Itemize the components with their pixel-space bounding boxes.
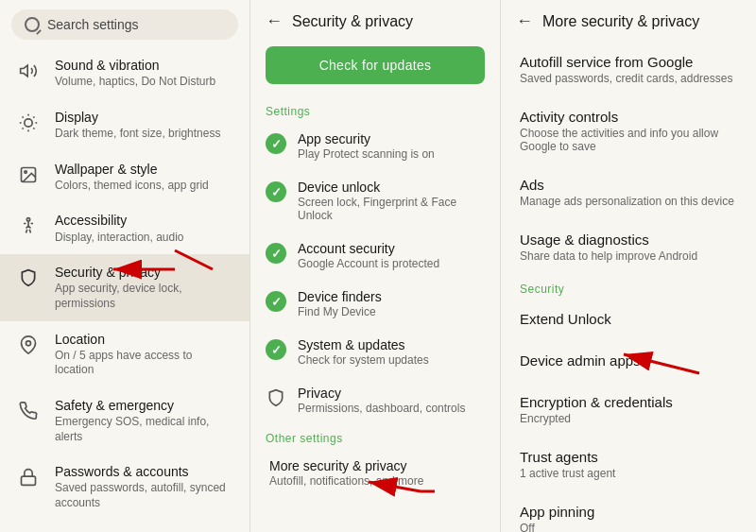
- mid-back-button[interactable]: ←: [266, 11, 283, 31]
- check-for-updates-button[interactable]: Check for updates: [266, 46, 485, 84]
- svg-point-0: [25, 119, 32, 127]
- settings-nav-panel: Search settings Sound & vibration Volume…: [0, 0, 250, 532]
- system-updates-text: System & updates Check for system update…: [298, 337, 429, 367]
- right-item-device-admin[interactable]: Device admin apps: [501, 341, 756, 383]
- right-header: ← More security & privacy: [501, 0, 756, 43]
- device-unlock-check-icon: [266, 181, 286, 202]
- right-item-ads[interactable]: Ads Manage ads personalization on this d…: [501, 165, 756, 220]
- right-item-autofill[interactable]: Autofill service from Google Saved passw…: [501, 43, 756, 97]
- svg-point-12: [26, 340, 31, 345]
- more-security-text: More security & privacy Autofill, notifi…: [266, 458, 423, 488]
- accessibility-item-text: Accessibility Display, interaction, audi…: [55, 212, 184, 245]
- more-security-privacy-panel: ← More security & privacy Autofill servi…: [501, 0, 756, 532]
- accessibility-icon: [15, 213, 42, 239]
- passwords-item-text: Passwords & accounts Saved passwords, au…: [55, 463, 234, 510]
- svg-point-11: [26, 218, 29, 221]
- safety-icon: [15, 398, 42, 424]
- sound-item-text: Sound & vibration Volume, haptics, Do No…: [55, 57, 215, 90]
- svg-point-10: [25, 170, 26, 173]
- sidebar-item-safety[interactable]: Safety & emergency Emergency SOS, medica…: [0, 387, 249, 454]
- device-unlock-text: Device unlock Screen lock, Fingerprint &…: [298, 180, 485, 222]
- display-item-text: Display Dark theme, font size, brightnes…: [55, 109, 220, 142]
- sidebar-item-accessibility[interactable]: Accessibility Display, interaction, audi…: [0, 202, 249, 254]
- mid-header: ← Security & privacy: [250, 0, 500, 43]
- search-icon: [25, 17, 40, 32]
- settings-section-label: Settings: [250, 99, 500, 122]
- right-item-usage[interactable]: Usage & diagnostics Share data to help i…: [501, 220, 756, 275]
- search-bar[interactable]: Search settings: [11, 9, 238, 40]
- device-finders-check-icon: [266, 291, 286, 312]
- security-item-text: Security & privacy App security, device …: [55, 264, 234, 311]
- privacy-shield-icon: [266, 387, 286, 408]
- display-icon: [15, 110, 42, 136]
- mid-item-privacy[interactable]: Privacy Permissions, dashboard, controls: [250, 376, 500, 424]
- right-back-button[interactable]: ←: [516, 11, 533, 31]
- sidebar-item-wallpaper[interactable]: Wallpaper & style Colors, themed icons, …: [0, 151, 249, 203]
- app-security-check-icon: [266, 133, 286, 154]
- location-item-text: Location On / 5 apps have access to loca…: [55, 331, 234, 378]
- right-item-trust-agents[interactable]: Trust agents 1 active trust agent: [501, 438, 756, 492]
- mid-item-account-security[interactable]: Account security Google Account is prote…: [250, 232, 500, 280]
- mid-item-system-updates[interactable]: System & updates Check for system update…: [250, 328, 500, 376]
- svg-line-4: [33, 128, 34, 129]
- svg-rect-13: [22, 476, 36, 485]
- wallpaper-icon: [15, 162, 42, 188]
- sidebar-item-location[interactable]: Location On / 5 apps have access to loca…: [0, 321, 249, 387]
- sound-icon: [15, 58, 42, 84]
- svg-line-7: [23, 128, 24, 129]
- sidebar-item-display[interactable]: Display Dark theme, font size, brightnes…: [0, 99, 249, 151]
- location-icon: [15, 332, 42, 358]
- mid-item-app-security[interactable]: App security Play Protect scanning is on: [250, 122, 500, 170]
- right-item-activity[interactable]: Activity controls Choose the activities …: [501, 97, 756, 165]
- other-settings-label: Other settings: [250, 424, 500, 449]
- svg-line-3: [23, 116, 24, 117]
- right-item-app-pinning[interactable]: App pinning Off: [501, 492, 756, 532]
- mid-header-title: Security & privacy: [292, 13, 413, 30]
- privacy-text: Privacy Permissions, dashboard, controls: [298, 386, 465, 415]
- sidebar-item-passwords[interactable]: Passwords & accounts Saved passwords, au…: [0, 454, 249, 520]
- mid-item-more-security[interactable]: More security & privacy Autofill, notifi…: [250, 449, 500, 497]
- right-item-extend-unlock[interactable]: Extend Unlock: [501, 300, 756, 341]
- security-privacy-panel: ← Security & privacy Check for updates S…: [250, 0, 501, 532]
- search-input-label[interactable]: Search settings: [47, 17, 139, 32]
- sidebar-item-wellbeing[interactable]: Digital Wellbeing & parental controls Sc…: [0, 521, 249, 532]
- right-header-title: More security & privacy: [542, 13, 699, 30]
- sidebar-item-sound[interactable]: Sound & vibration Volume, haptics, Do No…: [0, 47, 249, 99]
- security-section-label: Security: [501, 275, 756, 300]
- wallpaper-item-text: Wallpaper & style Colors, themed icons, …: [55, 161, 209, 194]
- device-finders-text: Device finders Find My Device: [298, 289, 382, 318]
- security-icon: [15, 265, 42, 291]
- mid-item-device-finders[interactable]: Device finders Find My Device: [250, 280, 500, 328]
- account-security-text: Account security Google Account is prote…: [298, 241, 439, 270]
- right-item-encryption[interactable]: Encryption & credentials Encrypted: [501, 383, 756, 438]
- app-security-text: App security Play Protect scanning is on: [298, 131, 435, 161]
- mid-item-device-unlock[interactable]: Device unlock Screen lock, Fingerprint &…: [250, 170, 500, 232]
- account-security-check-icon: [266, 243, 286, 264]
- system-updates-check-icon: [266, 339, 286, 360]
- sidebar-item-security[interactable]: Security & privacy App security, device …: [0, 254, 249, 320]
- safety-item-text: Safety & emergency Emergency SOS, medica…: [55, 397, 234, 444]
- svg-line-8: [33, 116, 34, 117]
- passwords-icon: [15, 464, 42, 490]
